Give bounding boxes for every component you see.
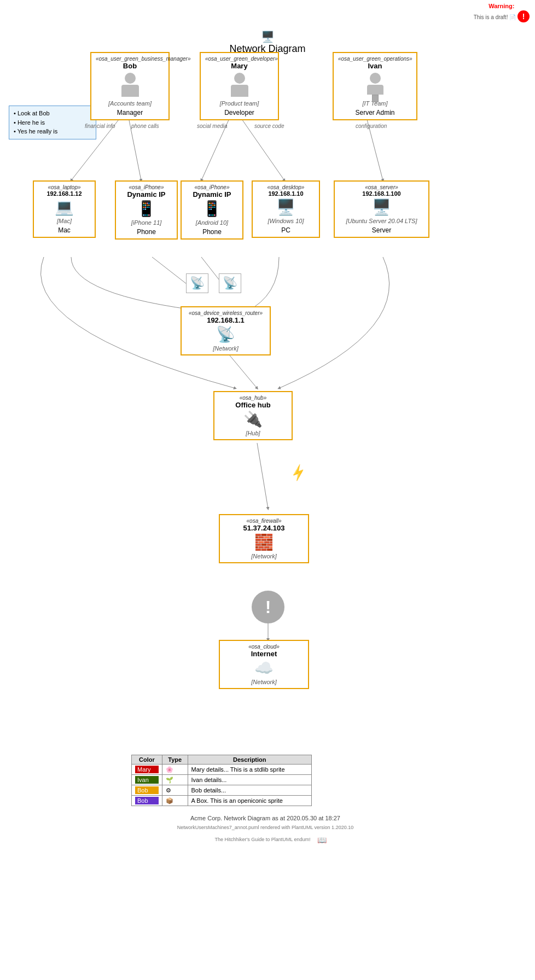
pc-label: PC [257, 226, 315, 234]
legend-type-bob2: 📦 [162, 796, 188, 806]
conn-config: configuration [356, 123, 387, 129]
node-phone2: «osa_iPhone» Dynamic IP 📱 [Android 10] P… [181, 180, 243, 240]
hub-sub: [Hub] [219, 430, 287, 436]
pc-icon-area: 🖥️ [257, 200, 315, 215]
server-label: Server [339, 226, 424, 234]
node-hub: «osa_hub» Office hub 🔌 [Hub] [213, 391, 293, 440]
pc-stereotype: «osa_desktop» [257, 184, 315, 190]
phone1-icon: 📱 [137, 201, 156, 217]
legend-desc-ivan: Ivan details... [188, 775, 311, 785]
mac-name: 192.168.1.12 [38, 190, 90, 197]
phone2-icon: 📱 [202, 201, 222, 217]
svg-line-8 [257, 443, 268, 509]
server-sub: [Ubuntu Server 20.04 LTS] [339, 218, 424, 224]
ivan-stereotype: «osa_user_green_operations» [338, 56, 412, 62]
firewall-name: 51.37.24.103 [224, 524, 304, 532]
antenna-1-icon: 📡 [190, 276, 205, 290]
router-icon-area: 📡 [186, 327, 265, 342]
router-sub: [Network] [186, 345, 265, 352]
node-pc: «osa_desktop» 192.168.1.10 🖥️ [Windows 1… [252, 180, 320, 238]
legend-desc-mary: Mary details... This is a stdlib sprite [188, 765, 311, 775]
antenna-1: 📡 [186, 273, 208, 293]
legend-type-mary: 🌸 [162, 765, 188, 775]
router-name: 192.168.1.1 [186, 316, 265, 324]
footer-main: Acme Corp. Network Diagram as at 2020.05… [88, 815, 443, 821]
bob-sub: [Accounts team] [96, 100, 164, 107]
legend-row-mary: Mary 🌸 Mary details... This is a stdlib … [132, 765, 312, 775]
router-stereotype: «osa_device_wireless_router» [186, 310, 265, 316]
internet-name: Internet [224, 650, 304, 658]
ivan-icon [364, 73, 386, 97]
internet-sub: [Network] [224, 679, 304, 685]
mac-stereotype: «osa_laptop» [38, 184, 90, 190]
mary-sub: [Product team] [205, 100, 274, 107]
mac-icon-area: 💻 [38, 200, 90, 215]
server-icon: 🖥️ [372, 200, 391, 215]
mary-icon-area [205, 73, 274, 97]
firewall-icon-area: 🧱 [224, 535, 304, 550]
node-bob: «osa_user_green_business_manager» Bob [A… [90, 52, 170, 120]
server-icon-area: 🖥️ [339, 200, 424, 215]
footer-sub: NetworkUsersMachines7_annot.puml rendere… [88, 825, 443, 830]
internet-icon-area: ☁️ [224, 661, 304, 676]
phone1-name: Dynamic IP [120, 190, 172, 199]
legend-desc-bob2: A Box. This is an openiconic sprite [188, 796, 311, 806]
phone2-name: Dynamic IP [186, 190, 238, 199]
bob-stereotype: «osa_user_green_business_manager» [96, 56, 164, 62]
legend-color-bob2: Bob [132, 796, 162, 806]
ivan-name: Ivan [338, 62, 412, 70]
conn-social: social media [197, 123, 228, 129]
hub-name: Office hub [219, 401, 287, 409]
mary-icon [229, 73, 251, 97]
server-name: 192.168.1.100 [339, 190, 424, 197]
pc-sub: [Windows 10] [257, 218, 315, 224]
internet-stereotype: «osa_cloud» [224, 644, 304, 650]
legend-type-ivan: 🌱 [162, 775, 188, 785]
legend-color-ivan: Ivan [132, 775, 162, 785]
node-mac: «osa_laptop» 192.168.1.12 💻 [Mac] Mac [33, 180, 96, 238]
legend-header-desc: Description [188, 755, 311, 765]
annotation-line-2: • Here he is [14, 118, 91, 127]
node-internet: «osa_cloud» Internet ☁️ [Network] [219, 640, 309, 689]
phone2-stereotype: «osa_iPhone» [186, 184, 238, 190]
node-mary: «osa_user_green_developer» Mary [Product… [200, 52, 279, 120]
antenna-2-icon: 📡 [223, 276, 237, 290]
legend-type-bob: ⚙ [162, 785, 188, 796]
legend-row-bob2: Bob 📦 A Box. This is an openiconic sprit… [132, 796, 312, 806]
hub-stereotype: «osa_hub» [219, 395, 287, 401]
phone1-sub: [iPhone 11] [120, 219, 172, 226]
phone1-icon-area: 📱 [120, 201, 172, 217]
phone2-icon-area: 📱 [186, 201, 238, 217]
router-icon: 📡 [216, 327, 235, 342]
phone2-label: Phone [186, 228, 238, 236]
mac-label: Mac [38, 226, 90, 234]
phone2-sub: [Android 10] [186, 219, 238, 226]
phone1-label: Phone [120, 228, 172, 236]
annotation-balloon: • Look at Bob • Here he is • Yes he real… [9, 106, 96, 139]
server-stereotype: «osa_server» [339, 184, 424, 190]
firewall-sub: [Network] [224, 553, 304, 559]
internet-icon: ☁️ [254, 661, 274, 676]
mary-label: Developer [205, 109, 274, 116]
node-phone1: «osa_iPhone» Dynamic IP 📱 [iPhone 11] Ph… [115, 180, 178, 240]
footer-bottom: The Hitchhiker's Guide to PlantUML endum… [153, 837, 372, 842]
legend-header-color: Color [132, 755, 162, 765]
title-icon: 🖥️ [0, 30, 535, 43]
footer-book-icon: 📖 [317, 836, 327, 844]
legend-desc-bob: Bob details... [188, 785, 311, 796]
legend-table: Color Type Description Mary 🌸 Mary detai… [131, 755, 312, 806]
hub-icon-area: 🔌 [219, 412, 287, 427]
bob-icon [119, 73, 141, 97]
pc-name: 192.168.1.10 [257, 190, 315, 197]
bob-label: Manager [96, 109, 164, 116]
legend-row-ivan: Ivan 🌱 Ivan details... [132, 775, 312, 785]
bob-name: Bob [96, 62, 164, 70]
mac-sub: [Mac] [38, 218, 90, 224]
bob-icon-area [96, 73, 164, 97]
exclamation-circle: ! [252, 591, 284, 623]
annotation-line-3: • Yes he really is [14, 127, 91, 136]
mary-stereotype: «osa_user_green_developer» [205, 56, 274, 62]
node-firewall: «osa_firewall» 51.37.24.103 🧱 [Network] [219, 514, 309, 563]
firewall-stereotype: «osa_firewall» [224, 518, 304, 524]
phone1-stereotype: «osa_iPhone» [120, 184, 172, 190]
